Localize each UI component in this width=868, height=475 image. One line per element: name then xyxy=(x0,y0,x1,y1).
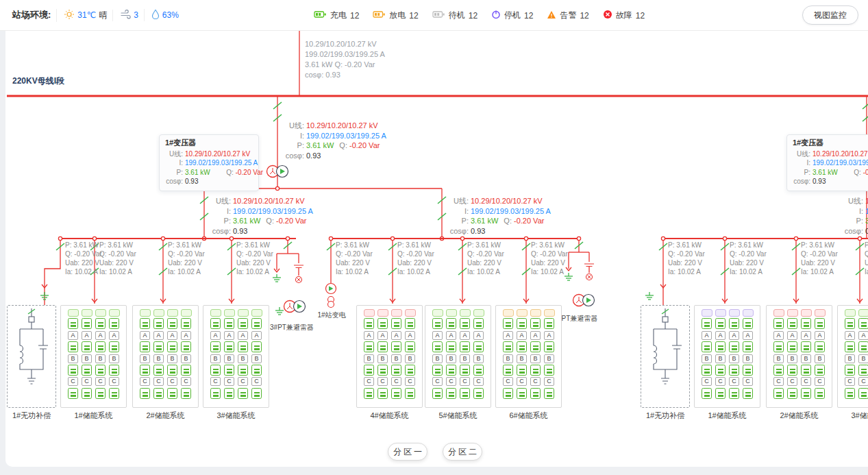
status-legend-item[interactable]: 停机 12 xyxy=(491,10,533,21)
battery-cell-icon xyxy=(181,318,191,329)
feeder-ia: Ia: 10.02 A xyxy=(730,267,767,276)
current-row: I:199.02/199.03/199.25 A xyxy=(165,158,253,168)
battery-cell-icon xyxy=(181,388,191,399)
storage-cluster-box[interactable]: ABCABCABCABC xyxy=(203,305,269,408)
phase-letter-cell: C xyxy=(815,377,825,386)
phase-letter-cell: C xyxy=(109,377,119,386)
temperature-item: 31℃ 晴 xyxy=(56,9,107,22)
status-legend-item[interactable]: 放电 12 xyxy=(373,10,418,21)
storage-cluster-box[interactable]: ABCABCABCABC xyxy=(60,305,127,408)
battery-cell-icon xyxy=(702,341,712,352)
storage-cluster-box[interactable]: ABCABCABCABC xyxy=(425,305,491,408)
status-legend-item[interactable]: 充电 12 xyxy=(314,10,359,21)
feeder-measurements: P: 3.61 kW Q: -0.20 Var Uab: 220 V Ia: 1… xyxy=(236,241,273,276)
battery-cell-icon xyxy=(773,341,784,352)
view-monitor-button[interactable]: 视图监控 xyxy=(802,5,858,25)
reactive-power-value: -0.20 Var xyxy=(863,169,868,176)
battery-column: ABC xyxy=(432,309,443,407)
battery-cell-icon xyxy=(364,341,374,352)
reactive-compensator-box[interactable] xyxy=(641,305,690,408)
feeder-p: P: 3.61 kW xyxy=(467,241,504,249)
phase-letter-cell: C xyxy=(787,377,797,386)
battery-cell-icon xyxy=(858,365,868,376)
feeder-measurements: P: 3.61 kW Q: -0.20 Var Uab: 220 V Ia: 1… xyxy=(467,241,504,276)
phase-letter-cell: B xyxy=(109,354,119,363)
phase-letter-cell: B xyxy=(82,354,92,363)
feeder-q: Q: -0.20 Var xyxy=(865,249,868,258)
battery-cell-icon xyxy=(801,365,811,376)
phase-letter-cell: C xyxy=(517,377,527,386)
feeder-measurements: P: 3.61 kW Q: -0.20 Var Uab: 220 V Ia: 1… xyxy=(668,241,705,276)
battery-cell-icon xyxy=(773,388,784,399)
phase-letter-cell: B xyxy=(787,354,797,363)
battery-column: ABC xyxy=(773,309,784,407)
measurement-block: U线:10.29/10.20/10.27 kV I:199.02/199.03/… xyxy=(840,196,868,236)
battery-cell-icon xyxy=(787,341,797,352)
storage-cluster-box[interactable]: ABCABCABCABC xyxy=(356,305,423,408)
battery-cell-icon xyxy=(140,388,150,399)
battery-cell-icon xyxy=(167,318,177,329)
phase-letter-cell: A xyxy=(815,331,825,340)
phase-letter-cell: C xyxy=(503,377,513,386)
battery-cell-icon xyxy=(377,365,388,376)
status-label: 放电 xyxy=(389,10,406,21)
cos-row: cosφ:0.93 xyxy=(445,226,551,236)
cluster-status-cell xyxy=(224,309,235,317)
battery-cell-icon xyxy=(95,365,106,376)
cos-row: cosφ:0.93 xyxy=(281,151,386,161)
status-count: 12 xyxy=(409,11,418,21)
feeder-q: Q: -0.20 Var xyxy=(336,249,373,258)
battery-cell-icon xyxy=(460,388,470,399)
current-row: I:199.02/199.03/199.25 A xyxy=(208,206,313,217)
status-legend-item[interactable]: 待机 12 xyxy=(432,10,478,21)
battery-cell-icon xyxy=(702,365,712,376)
zone-one-button[interactable]: 分区一 xyxy=(388,443,427,461)
storage-cluster-box[interactable]: ABCABCABCABC xyxy=(837,305,868,408)
battery-cell-icon xyxy=(503,365,513,376)
phase-letter-cell: A xyxy=(140,331,150,340)
battery-column: ABC xyxy=(140,309,151,407)
battery-column: ABC xyxy=(787,309,798,407)
battery-cell-icon xyxy=(377,388,388,399)
storage-cluster-box[interactable]: ABCABCABCABC xyxy=(495,305,562,408)
cluster-status-cell xyxy=(140,309,151,317)
phase-letter-cell: C xyxy=(460,377,470,386)
battery-cell-icon xyxy=(446,365,456,376)
reactive-compensator-box[interactable] xyxy=(7,305,56,408)
battery-cell-icon xyxy=(743,365,753,376)
storage-cluster-box[interactable]: ABCABCABCABC xyxy=(694,305,760,408)
battery-cell-icon xyxy=(815,365,825,376)
battery-cell-icon xyxy=(432,341,443,352)
sun-icon xyxy=(64,9,75,22)
battery-column: ABC xyxy=(801,309,812,407)
phase-letter-cell: B xyxy=(224,354,234,363)
feeder-p: P: 3.61 kW xyxy=(531,241,568,249)
cluster-status-cell xyxy=(715,309,726,317)
cos-label: cosφ: xyxy=(208,226,231,236)
zone-two-button[interactable]: 分区二 xyxy=(443,443,482,461)
phase-letter-cell: B xyxy=(181,354,191,363)
battery-column: ABC xyxy=(95,309,106,407)
feeder-ia: Ia: 10.02 A xyxy=(99,267,136,276)
power-row: P:3.61 kWQ:-0.20 Var xyxy=(793,168,868,178)
battery-column: ABC xyxy=(391,309,402,407)
feeder-uab: Uab: 220 V xyxy=(668,258,705,267)
unit-label: 1#无功补偿 xyxy=(641,411,690,421)
power-row: P:3.61 kWQ:-0.20 Var xyxy=(165,168,253,178)
feeder-measurements: P: 3.61 kW Q: -0.20 Var Uab: 220 V Ia: 1… xyxy=(65,241,102,276)
storage-cluster-box[interactable]: ABCABCABCABC xyxy=(132,305,199,408)
cos-value: 0.93 xyxy=(865,227,868,235)
status-legend: 充电 12 放电 12 待机 12 停机 12 告警 12 故障 12 xyxy=(314,0,645,31)
current-label: I: xyxy=(445,206,469,217)
phase-letter-cell: C xyxy=(405,377,415,386)
phase-letter-cell: A xyxy=(377,331,388,340)
unit-label: 2#储能系统 xyxy=(766,411,832,421)
storage-cluster-box[interactable]: ABCABCABCABC xyxy=(766,305,832,408)
battery-cell-icon xyxy=(473,341,484,352)
reactive-power-label: Q: xyxy=(504,216,512,226)
status-legend-item[interactable]: 告警 12 xyxy=(547,10,588,21)
status-legend-item[interactable]: 故障 12 xyxy=(603,10,645,21)
cluster-status-cell xyxy=(858,309,868,317)
feeder-p: P: 3.61 kW xyxy=(336,241,373,249)
phase-letter-cell: A xyxy=(801,331,811,340)
